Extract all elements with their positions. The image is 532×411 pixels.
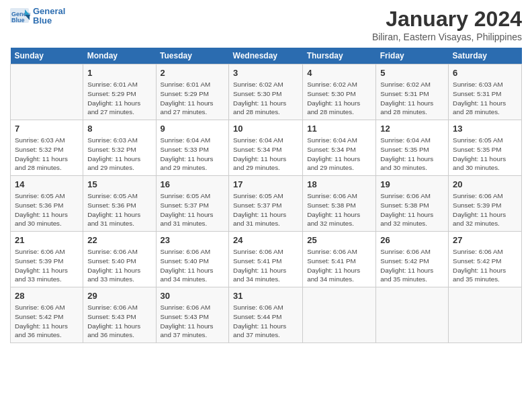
header-tuesday: Tuesday [156, 48, 229, 64]
day-number: 22 [87, 234, 151, 246]
day-number: 13 [453, 123, 517, 135]
day-info: Sunrise: 6:06 AM Sunset: 5:39 PM Dayligh… [453, 191, 517, 228]
day-cell: 22Sunrise: 6:06 AM Sunset: 5:40 PM Dayli… [83, 232, 156, 287]
day-number: 28 [15, 290, 79, 302]
day-info: Sunrise: 6:02 AM Sunset: 5:31 PM Dayligh… [380, 80, 444, 117]
day-info: Sunrise: 6:01 AM Sunset: 5:29 PM Dayligh… [87, 80, 151, 117]
day-info: Sunrise: 6:06 AM Sunset: 5:43 PM Dayligh… [161, 303, 225, 340]
day-number: 26 [380, 234, 444, 246]
day-number: 9 [161, 123, 225, 135]
day-number: 23 [161, 234, 225, 246]
header-wednesday: Wednesday [229, 48, 303, 64]
day-number: 27 [453, 234, 517, 246]
day-info: Sunrise: 6:06 AM Sunset: 5:40 PM Dayligh… [87, 247, 151, 284]
day-number: 6 [453, 67, 517, 79]
day-cell: 23Sunrise: 6:06 AM Sunset: 5:40 PM Dayli… [156, 232, 229, 287]
day-number: 30 [161, 290, 225, 302]
day-cell: 14Sunrise: 6:05 AM Sunset: 5:36 PM Dayli… [11, 176, 83, 232]
day-cell: 10Sunrise: 6:04 AM Sunset: 5:34 PM Dayli… [229, 120, 303, 176]
day-info: Sunrise: 6:04 AM Sunset: 5:35 PM Dayligh… [380, 136, 444, 173]
day-number: 11 [307, 123, 371, 135]
day-info: Sunrise: 6:06 AM Sunset: 5:41 PM Dayligh… [307, 247, 371, 284]
logo: General Blue General Blue [10, 7, 65, 26]
day-cell: 16Sunrise: 6:05 AM Sunset: 5:37 PM Dayli… [156, 176, 229, 232]
day-info: Sunrise: 6:03 AM Sunset: 5:32 PM Dayligh… [87, 136, 151, 173]
day-cell: 19Sunrise: 6:06 AM Sunset: 5:38 PM Dayli… [376, 176, 449, 232]
day-number: 10 [233, 123, 298, 135]
header-monday: Monday [83, 48, 156, 64]
day-number: 5 [380, 67, 444, 79]
day-number: 31 [233, 290, 298, 302]
day-info: Sunrise: 6:06 AM Sunset: 5:42 PM Dayligh… [453, 247, 517, 284]
day-info: Sunrise: 6:05 AM Sunset: 5:37 PM Dayligh… [233, 191, 298, 228]
day-cell: 12Sunrise: 6:04 AM Sunset: 5:35 PM Dayli… [376, 120, 449, 176]
day-number: 1 [87, 67, 151, 79]
day-cell: 9Sunrise: 6:04 AM Sunset: 5:33 PM Daylig… [156, 120, 229, 176]
day-info: Sunrise: 6:01 AM Sunset: 5:29 PM Dayligh… [161, 80, 225, 117]
logo-text: General Blue [33, 7, 65, 26]
day-info: Sunrise: 6:03 AM Sunset: 5:32 PM Dayligh… [15, 136, 79, 173]
day-cell: 31Sunrise: 6:06 AM Sunset: 5:44 PM Dayli… [229, 287, 303, 343]
day-cell: 4Sunrise: 6:02 AM Sunset: 5:30 PM Daylig… [303, 64, 376, 120]
day-cell: 8Sunrise: 6:03 AM Sunset: 5:32 PM Daylig… [83, 120, 156, 176]
week-row-3: 14Sunrise: 6:05 AM Sunset: 5:36 PM Dayli… [11, 176, 522, 232]
day-cell: 18Sunrise: 6:06 AM Sunset: 5:38 PM Dayli… [303, 176, 376, 232]
day-number: 3 [233, 67, 298, 79]
day-cell: 15Sunrise: 6:05 AM Sunset: 5:36 PM Dayli… [83, 176, 156, 232]
day-number: 18 [307, 179, 371, 191]
header: General Blue General Blue January 2024 B… [10, 7, 522, 42]
day-cell: 25Sunrise: 6:06 AM Sunset: 5:41 PM Dayli… [303, 232, 376, 287]
day-cell: 20Sunrise: 6:06 AM Sunset: 5:39 PM Dayli… [449, 176, 522, 232]
day-number: 25 [307, 234, 371, 246]
day-number: 17 [233, 179, 298, 191]
day-info: Sunrise: 6:06 AM Sunset: 5:38 PM Dayligh… [307, 191, 371, 228]
day-number: 29 [87, 290, 151, 302]
day-info: Sunrise: 6:05 AM Sunset: 5:35 PM Dayligh… [453, 136, 517, 173]
day-cell: 28Sunrise: 6:06 AM Sunset: 5:42 PM Dayli… [11, 287, 83, 343]
day-info: Sunrise: 6:06 AM Sunset: 5:42 PM Dayligh… [380, 247, 444, 284]
calendar-table: SundayMondayTuesdayWednesdayThursdayFrid… [10, 48, 522, 343]
day-info: Sunrise: 6:06 AM Sunset: 5:43 PM Dayligh… [87, 303, 151, 340]
day-cell: 7Sunrise: 6:03 AM Sunset: 5:32 PM Daylig… [11, 120, 83, 176]
day-number: 21 [15, 234, 79, 246]
subtitle: Biliran, Eastern Visayas, Philippines [372, 32, 522, 42]
day-cell: 21Sunrise: 6:06 AM Sunset: 5:39 PM Dayli… [11, 232, 83, 287]
calendar-header-row: SundayMondayTuesdayWednesdayThursdayFrid… [11, 48, 522, 64]
day-info: Sunrise: 6:03 AM Sunset: 5:31 PM Dayligh… [453, 80, 517, 117]
day-number: 20 [453, 179, 517, 191]
day-cell [303, 287, 376, 343]
day-info: Sunrise: 6:02 AM Sunset: 5:30 PM Dayligh… [233, 80, 298, 117]
day-info: Sunrise: 6:06 AM Sunset: 5:44 PM Dayligh… [233, 303, 298, 340]
header-friday: Friday [376, 48, 449, 64]
day-info: Sunrise: 6:06 AM Sunset: 5:42 PM Dayligh… [15, 303, 79, 340]
day-info: Sunrise: 6:05 AM Sunset: 5:36 PM Dayligh… [87, 191, 151, 228]
day-number: 24 [233, 234, 298, 246]
day-info: Sunrise: 6:05 AM Sunset: 5:37 PM Dayligh… [161, 191, 225, 228]
day-info: Sunrise: 6:06 AM Sunset: 5:41 PM Dayligh… [233, 247, 298, 284]
day-cell: 26Sunrise: 6:06 AM Sunset: 5:42 PM Dayli… [376, 232, 449, 287]
day-info: Sunrise: 6:05 AM Sunset: 5:36 PM Dayligh… [15, 191, 79, 228]
day-number: 2 [161, 67, 225, 79]
day-number: 7 [15, 123, 79, 135]
week-row-5: 28Sunrise: 6:06 AM Sunset: 5:42 PM Dayli… [11, 287, 522, 343]
day-cell [449, 287, 522, 343]
day-cell: 2Sunrise: 6:01 AM Sunset: 5:29 PM Daylig… [156, 64, 229, 120]
page-container: General Blue General Blue January 2024 B… [0, 0, 532, 350]
day-cell: 6Sunrise: 6:03 AM Sunset: 5:31 PM Daylig… [449, 64, 522, 120]
logo-icon: General Blue [10, 8, 30, 24]
week-row-1: 1Sunrise: 6:01 AM Sunset: 5:29 PM Daylig… [11, 64, 522, 120]
day-info: Sunrise: 6:02 AM Sunset: 5:30 PM Dayligh… [307, 80, 371, 117]
day-cell [11, 64, 83, 120]
day-info: Sunrise: 6:04 AM Sunset: 5:33 PM Dayligh… [161, 136, 225, 173]
main-title: January 2024 [372, 7, 522, 32]
header-saturday: Saturday [449, 48, 522, 64]
svg-text:Blue: Blue [11, 17, 25, 24]
day-cell: 30Sunrise: 6:06 AM Sunset: 5:43 PM Dayli… [156, 287, 229, 343]
day-cell: 11Sunrise: 6:04 AM Sunset: 5:34 PM Dayli… [303, 120, 376, 176]
week-row-2: 7Sunrise: 6:03 AM Sunset: 5:32 PM Daylig… [11, 120, 522, 176]
day-cell: 29Sunrise: 6:06 AM Sunset: 5:43 PM Dayli… [83, 287, 156, 343]
day-info: Sunrise: 6:04 AM Sunset: 5:34 PM Dayligh… [233, 136, 298, 173]
title-area: January 2024 Biliran, Eastern Visayas, P… [372, 7, 522, 42]
day-cell: 1Sunrise: 6:01 AM Sunset: 5:29 PM Daylig… [83, 64, 156, 120]
header-thursday: Thursday [303, 48, 376, 64]
